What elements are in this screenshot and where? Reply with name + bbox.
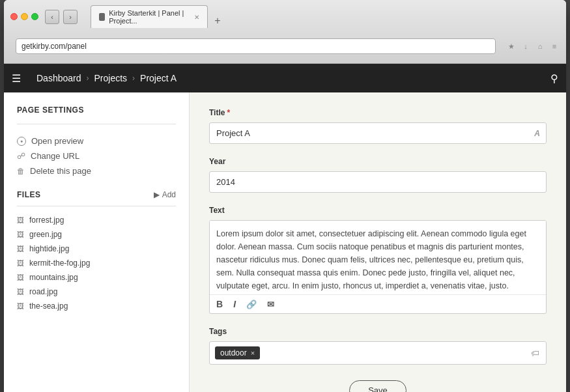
file-name-3: hightide.jpg xyxy=(29,244,69,253)
change-url-action[interactable]: ☍ Change URL xyxy=(17,148,176,163)
file-name-5: mountains.jpg xyxy=(29,273,78,282)
italic-button[interactable]: I xyxy=(233,299,236,309)
tab-favicon xyxy=(99,13,105,21)
address-bar[interactable]: getkirby.com/panel xyxy=(16,38,496,54)
email-button[interactable]: ✉ xyxy=(267,300,274,309)
year-field-group: Year xyxy=(209,157,547,193)
title-input-wrapper: A xyxy=(209,122,547,144)
sidebar-divider-1 xyxy=(17,124,176,124)
title-input[interactable] xyxy=(209,122,547,144)
sidebar: Page settings ● Open preview ☍ Change UR… xyxy=(4,92,190,392)
year-input[interactable] xyxy=(209,171,547,193)
download-icon[interactable]: ↓ xyxy=(520,41,531,51)
text-label: Text xyxy=(209,206,547,215)
files-divider xyxy=(17,206,176,206)
preview-icon: ● xyxy=(17,137,26,146)
forward-button[interactable]: › xyxy=(63,10,78,24)
file-item-6[interactable]: 🖼 road.jpg xyxy=(17,285,176,299)
link-button[interactable]: 🔗 xyxy=(246,300,257,309)
browser-dots xyxy=(10,13,38,20)
new-tab-button[interactable]: + xyxy=(210,14,225,28)
text-toolbar: B I 🔗 ✉ xyxy=(210,294,546,313)
files-header: Files ▶ Add xyxy=(17,190,176,199)
open-preview-label: Open preview xyxy=(31,136,83,146)
hamburger-button[interactable]: ☰ xyxy=(12,72,21,85)
page-settings-title: Page settings xyxy=(17,105,176,115)
browser-nav: ‹ › xyxy=(45,10,78,24)
add-file-icon: ▶ xyxy=(154,190,160,199)
text-input[interactable]: Lorem ipsum dolor sit amet, consectetuer… xyxy=(210,221,546,292)
breadcrumb-dashboard[interactable]: Dashboard xyxy=(31,73,87,83)
browser-tabs: Kirby Starterkit | Panel | Project... ✕ … xyxy=(91,5,225,28)
tag-chip-label: outdoor xyxy=(220,348,247,357)
text-format-icon: A xyxy=(534,129,540,138)
file-icon-1: 🖼 xyxy=(17,216,24,224)
file-icon-4: 🖼 xyxy=(17,259,24,267)
main-content: Title * A Year Text xyxy=(190,92,566,392)
trash-icon: 🗑 xyxy=(17,167,25,176)
addressbar-icons: ★ ↓ ⌂ ≡ xyxy=(506,41,560,51)
file-item-4[interactable]: 🖼 kermit-the-fog.jpg xyxy=(17,256,176,270)
tags-label: Tags xyxy=(209,327,547,336)
browser-titlebar: ‹ › Kirby Starterkit | Panel | Project..… xyxy=(4,0,566,64)
file-icon-2: 🖼 xyxy=(17,231,24,238)
breadcrumb: Dashboard › Projects › Project A xyxy=(31,73,182,83)
search-button[interactable]: ⚲ xyxy=(550,72,558,85)
url-text: getkirby.com/panel xyxy=(21,42,87,51)
file-icon-3: 🖼 xyxy=(17,245,24,253)
breadcrumb-projects[interactable]: Projects xyxy=(89,73,133,83)
tag-remove-button[interactable]: × xyxy=(251,349,255,357)
bookmark-icon[interactable]: ★ xyxy=(506,41,517,51)
tags-input[interactable]: outdoor × 🏷 xyxy=(209,341,547,365)
close-dot[interactable] xyxy=(10,13,18,20)
addressbar-row: getkirby.com/panel ★ ↓ ⌂ ≡ xyxy=(10,32,560,63)
tab-title: Kirby Starterkit | Panel | Project... xyxy=(109,9,190,25)
active-tab[interactable]: Kirby Starterkit | Panel | Project... ✕ xyxy=(91,5,208,28)
back-button[interactable]: ‹ xyxy=(45,10,59,24)
minimize-dot[interactable] xyxy=(21,13,28,20)
save-button[interactable]: Save xyxy=(349,380,406,392)
app-header: ☰ Dashboard › Projects › Project A ⚲ xyxy=(4,64,566,92)
files-title: Files xyxy=(17,190,41,199)
save-area: Save xyxy=(209,380,547,392)
file-icon-7: 🖼 xyxy=(17,302,24,310)
title-required: * xyxy=(227,108,230,117)
home-icon[interactable]: ⌂ xyxy=(535,41,545,51)
fullscreen-dot[interactable] xyxy=(31,13,38,20)
tab-close-button[interactable]: ✕ xyxy=(194,14,199,21)
file-item-5[interactable]: 🖼 mountains.jpg xyxy=(17,270,176,285)
tags-field-group: Tags outdoor × 🏷 xyxy=(209,327,547,365)
bold-button[interactable]: B xyxy=(216,299,223,309)
menu-icon[interactable]: ≡ xyxy=(549,41,560,51)
text-area-wrapper: Lorem ipsum dolor sit amet, consectetuer… xyxy=(209,220,547,314)
link-icon: ☍ xyxy=(17,151,25,161)
year-label: Year xyxy=(209,157,547,166)
file-name-6: road.jpg xyxy=(29,287,57,296)
browser-window: ‹ › Kirby Starterkit | Panel | Project..… xyxy=(4,0,566,392)
file-icon-5: 🖼 xyxy=(17,273,24,281)
file-item-1[interactable]: 🖼 forrest.jpg xyxy=(17,213,176,227)
file-icon-6: 🖼 xyxy=(17,288,24,296)
text-field-group: Text Lorem ipsum dolor sit amet, consect… xyxy=(209,206,547,314)
file-item-7[interactable]: 🖼 the-sea.jpg xyxy=(17,299,176,313)
file-name-2: green.jpg xyxy=(29,230,62,239)
app-body: Page settings ● Open preview ☍ Change UR… xyxy=(4,92,566,392)
file-item-3[interactable]: 🖼 hightide.jpg xyxy=(17,242,176,256)
file-name-7: the-sea.jpg xyxy=(29,301,68,311)
title-label: Title * xyxy=(209,108,547,117)
file-name-1: forrest.jpg xyxy=(29,216,64,225)
title-field-group: Title * A xyxy=(209,108,547,144)
add-file-button[interactable]: ▶ Add xyxy=(154,190,176,199)
tag-chip-outdoor: outdoor × xyxy=(215,346,260,359)
change-url-label: Change URL xyxy=(31,151,79,161)
file-name-4: kermit-the-fog.jpg xyxy=(29,259,90,268)
add-file-label: Add xyxy=(162,190,176,199)
file-item-2[interactable]: 🖼 green.jpg xyxy=(17,227,176,242)
tags-icon: 🏷 xyxy=(531,348,539,358)
delete-page-action[interactable]: 🗑 Delete this page xyxy=(17,163,176,178)
breadcrumb-project-a[interactable]: Project A xyxy=(135,73,182,83)
open-preview-action[interactable]: ● Open preview xyxy=(17,133,176,148)
delete-page-label: Delete this page xyxy=(30,166,91,176)
